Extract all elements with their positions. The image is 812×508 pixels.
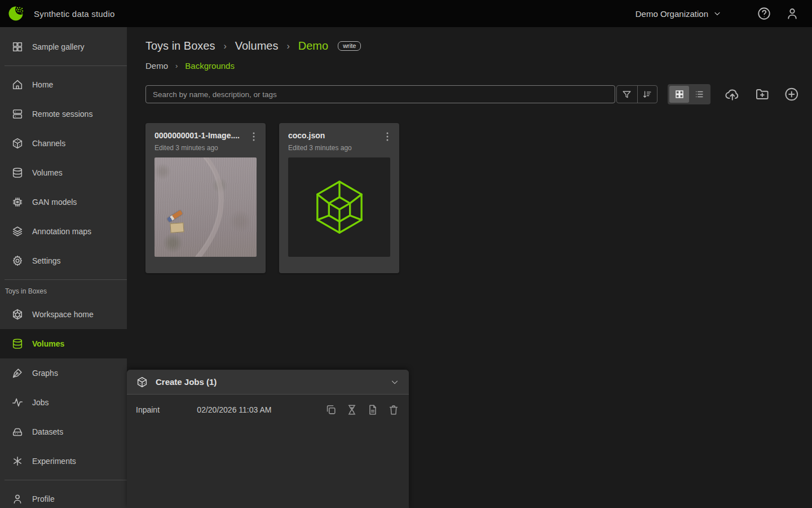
topbar: Synthetic data studio Demo Organization bbox=[0, 0, 812, 27]
list-view-icon bbox=[694, 89, 704, 99]
file-grid: 0000000001-1-Image.... Edited 3 minutes … bbox=[145, 123, 800, 273]
file-edited-label: Edited 3 minutes ago bbox=[288, 144, 390, 152]
sidebar: Sample gallery Home Remote sessions Chan… bbox=[0, 27, 127, 508]
toolbar bbox=[145, 84, 800, 104]
view-toggle bbox=[668, 84, 710, 104]
file-card-image[interactable]: 0000000001-1-Image.... Edited 3 minutes … bbox=[145, 123, 266, 273]
sidebar-item-home[interactable]: Home bbox=[0, 70, 127, 99]
asterisk-icon bbox=[11, 455, 24, 467]
sidebar-item-gan-models[interactable]: GAN models bbox=[0, 187, 127, 217]
chip-icon bbox=[11, 196, 24, 208]
job-row: Inpaint 02/20/2026 11:03 AM bbox=[127, 395, 409, 425]
cube-dice-icon bbox=[136, 376, 148, 388]
drive-icon bbox=[11, 426, 24, 438]
home-icon bbox=[11, 78, 24, 91]
breadcrumb-workspace[interactable]: Toys in Boxes bbox=[145, 40, 215, 52]
file-title: coco.json bbox=[288, 131, 380, 140]
sidebar-item-workspace-volumes[interactable]: Volumes bbox=[0, 329, 127, 358]
create-jobs-panel: Create Jobs (1) Inpaint 02/20/2026 11:03… bbox=[127, 370, 409, 508]
breadcrumb-separator: › bbox=[286, 41, 289, 51]
job-timestamp: 02/20/2026 11:03 AM bbox=[197, 405, 325, 414]
kebab-menu-icon[interactable] bbox=[246, 131, 257, 142]
sidebar-item-sample-gallery[interactable]: Sample gallery bbox=[0, 32, 127, 62]
sidebar-item-label: Graphs bbox=[32, 369, 58, 378]
layers-icon bbox=[11, 225, 24, 238]
sidebar-item-label: Annotation maps bbox=[32, 227, 91, 236]
file-thumbnail-aerial-photo[interactable] bbox=[155, 157, 257, 257]
write-permission-badge: write bbox=[338, 41, 361, 51]
sidebar-item-label: GAN models bbox=[32, 198, 77, 207]
sidebar-item-graphs[interactable]: Graphs bbox=[0, 358, 127, 388]
cube-dice-icon bbox=[11, 137, 24, 150]
sort-descending-icon bbox=[642, 89, 652, 100]
collapse-chevron-icon[interactable] bbox=[390, 377, 400, 387]
create-jobs-header[interactable]: Create Jobs (1) bbox=[127, 370, 409, 395]
list-view-button[interactable] bbox=[689, 86, 709, 103]
sidebar-item-settings[interactable]: Settings bbox=[0, 246, 127, 275]
help-icon[interactable] bbox=[757, 6, 771, 21]
sidebar-divider bbox=[5, 65, 127, 66]
sidebar-item-label: Experiments bbox=[32, 457, 76, 466]
delete-job-icon[interactable] bbox=[387, 404, 400, 416]
person-icon bbox=[11, 493, 24, 505]
chevron-down-icon bbox=[713, 9, 722, 18]
sidebar-item-workspace-home[interactable]: Workspace home bbox=[0, 300, 127, 329]
sidebar-item-channels[interactable]: Channels bbox=[0, 129, 127, 158]
app-title: Synthetic data studio bbox=[34, 9, 114, 19]
user-account-icon[interactable] bbox=[785, 6, 800, 21]
filter-button[interactable] bbox=[617, 86, 637, 103]
file-thumbnail-json[interactable] bbox=[288, 157, 390, 257]
dirt-trail-graphic bbox=[155, 157, 257, 257]
kebab-menu-icon[interactable] bbox=[380, 131, 390, 142]
sidebar-item-experiments[interactable]: Experiments bbox=[0, 446, 127, 476]
filter-sort-group bbox=[616, 85, 657, 103]
activity-icon bbox=[11, 396, 24, 409]
grid-view-button[interactable] bbox=[669, 86, 689, 103]
sidebar-item-datasets[interactable]: Datasets bbox=[0, 417, 127, 446]
breadcrumb-current[interactable]: Demo bbox=[298, 40, 328, 52]
breadcrumb-separator: › bbox=[175, 62, 178, 70]
sidebar-divider bbox=[5, 279, 127, 280]
duplicate-job-icon[interactable] bbox=[325, 404, 337, 416]
sidebar-item-label: Settings bbox=[32, 256, 61, 265]
create-jobs-title: Create Jobs (1) bbox=[156, 377, 390, 387]
sidebar-item-annotation-maps[interactable]: Annotation maps bbox=[0, 217, 127, 246]
file-edited-label: Edited 3 minutes ago bbox=[155, 144, 257, 152]
hourglass-icon[interactable] bbox=[346, 404, 358, 416]
sidebar-item-label: Datasets bbox=[32, 427, 63, 436]
database-icon bbox=[11, 167, 24, 179]
sidebar-item-profile[interactable]: Profile bbox=[0, 484, 127, 508]
app-logo-icon[interactable] bbox=[8, 5, 25, 22]
new-folder-icon[interactable] bbox=[754, 86, 770, 102]
gear-icon bbox=[11, 255, 24, 267]
server-icon bbox=[11, 108, 24, 120]
sidebar-item-volumes[interactable]: Volumes bbox=[0, 158, 127, 187]
file-title: 0000000001-1-Image.... bbox=[155, 131, 246, 140]
file-card-coco-json[interactable]: coco.json Edited 3 minutes ago bbox=[279, 123, 399, 273]
add-icon[interactable] bbox=[784, 86, 800, 102]
pen-nib-icon bbox=[11, 367, 24, 379]
toy-box-object bbox=[170, 222, 184, 233]
sort-button[interactable] bbox=[637, 86, 657, 103]
search-input[interactable] bbox=[145, 85, 615, 103]
sidebar-item-label: Sample gallery bbox=[32, 42, 85, 51]
job-log-icon[interactable] bbox=[367, 404, 379, 416]
upload-icon[interactable] bbox=[725, 86, 740, 102]
breadcrumb-volumes[interactable]: Volumes bbox=[235, 40, 279, 52]
organization-name: Demo Organization bbox=[636, 9, 708, 19]
sidebar-divider bbox=[5, 480, 127, 480]
job-name: Inpaint bbox=[136, 405, 197, 414]
folder-breadcrumb: Demo › Backgrounds bbox=[145, 61, 800, 71]
sidebar-item-jobs[interactable]: Jobs bbox=[0, 388, 127, 417]
sidebar-item-label: Jobs bbox=[32, 398, 49, 407]
organization-selector[interactable]: Demo Organization bbox=[636, 9, 722, 19]
workspace-section-label: Toys in Boxes bbox=[0, 284, 127, 300]
sidebar-item-label: Volumes bbox=[32, 339, 64, 348]
grid-icon bbox=[11, 41, 24, 53]
sidebar-item-label: Workspace home bbox=[32, 310, 94, 319]
sidebar-item-label: Volumes bbox=[32, 168, 63, 177]
sidebar-item-remote-sessions[interactable]: Remote sessions bbox=[0, 99, 127, 129]
folder-breadcrumb-current[interactable]: Backgrounds bbox=[185, 61, 235, 71]
breadcrumb: Toys in Boxes › Volumes › Demo write bbox=[145, 40, 800, 52]
folder-breadcrumb-root[interactable]: Demo bbox=[145, 61, 168, 71]
